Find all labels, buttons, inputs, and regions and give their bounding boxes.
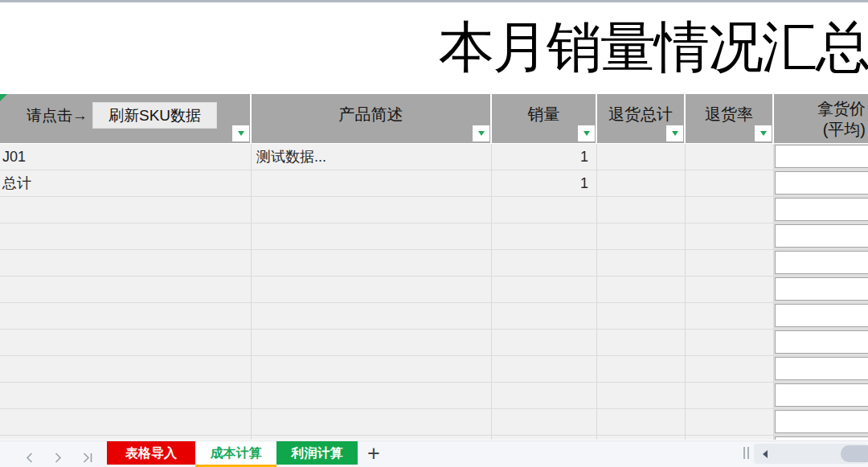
cell-desc[interactable]: 测试数据...	[252, 144, 492, 170]
scrollbar-thumb[interactable]	[841, 445, 868, 462]
horizontal-scrollbar[interactable]	[754, 444, 868, 464]
header-cell-desc[interactable]: 产品简述	[252, 94, 492, 143]
cell-return-rate[interactable]	[686, 383, 774, 408]
cell-sales[interactable]: 1	[492, 144, 597, 170]
header-cell-price[interactable]: 拿货价 (平均)	[774, 94, 868, 143]
cell-returns[interactable]	[597, 330, 686, 355]
cell-sales[interactable]: 1	[492, 170, 597, 196]
cell-desc[interactable]	[252, 170, 492, 196]
price-cell-box[interactable]	[775, 251, 868, 274]
cell-sku[interactable]	[0, 277, 252, 302]
cell-desc[interactable]	[252, 383, 492, 408]
cell-price[interactable]	[774, 303, 868, 329]
cell-desc[interactable]	[252, 277, 492, 302]
cell-sku[interactable]	[0, 409, 252, 435]
cell-return-rate[interactable]	[686, 330, 774, 355]
cell-sku[interactable]	[0, 223, 252, 249]
cell-sales[interactable]	[492, 223, 597, 249]
cell-return-rate[interactable]	[686, 144, 774, 170]
cell-sales[interactable]	[492, 356, 597, 382]
cell-return-rate[interactable]	[686, 409, 774, 435]
filter-dropdown-returns[interactable]	[666, 125, 683, 141]
sheet-tab[interactable]: 成本计算	[195, 441, 276, 467]
price-cell-box[interactable]	[775, 224, 868, 248]
price-cell-box[interactable]	[775, 145, 868, 168]
cell-sales[interactable]	[492, 436, 597, 440]
filter-dropdown-sales[interactable]	[578, 125, 595, 141]
cell-price[interactable]	[774, 436, 868, 440]
cell-sales[interactable]	[492, 250, 597, 276]
cell-price[interactable]	[774, 223, 868, 249]
cell-desc[interactable]	[252, 197, 492, 223]
last-sheet-icon[interactable]	[80, 452, 94, 464]
refresh-sku-button[interactable]: 刷新SKU数据	[92, 102, 217, 129]
price-cell-box[interactable]	[775, 383, 868, 407]
cell-return-rate[interactable]	[686, 197, 774, 223]
price-cell-box[interactable]	[775, 198, 868, 221]
cell-returns[interactable]	[597, 277, 686, 302]
cell-return-rate[interactable]	[686, 303, 774, 329]
cell-return-rate[interactable]	[686, 170, 774, 196]
cell-returns[interactable]	[597, 144, 686, 170]
cell-return-rate[interactable]	[686, 250, 774, 276]
filter-dropdown-sku[interactable]	[232, 125, 249, 141]
cell-returns[interactable]	[597, 356, 686, 382]
price-cell-box[interactable]	[775, 357, 868, 380]
cell-return-rate[interactable]	[686, 223, 774, 249]
cell-sku[interactable]: J01	[0, 144, 252, 170]
cell-return-rate[interactable]	[686, 356, 774, 382]
header-cell-return-rate[interactable]: 退货率	[686, 94, 774, 143]
header-cell-returns[interactable]: 退货总计	[597, 94, 686, 143]
filter-dropdown-desc[interactable]	[473, 125, 489, 141]
price-cell-box[interactable]	[775, 410, 868, 433]
cell-sales[interactable]	[492, 409, 597, 435]
cell-sales[interactable]	[492, 277, 597, 302]
cell-desc[interactable]	[252, 436, 492, 440]
price-cell-box[interactable]	[775, 436, 868, 440]
cell-price[interactable]	[774, 144, 868, 170]
header-cell-sales[interactable]: 销量	[492, 94, 597, 143]
cell-returns[interactable]	[597, 436, 686, 440]
cell-price[interactable]	[774, 409, 868, 435]
add-sheet-icon[interactable]: +	[367, 441, 380, 465]
cell-price[interactable]	[774, 277, 868, 302]
cell-sales[interactable]	[492, 330, 597, 355]
cell-returns[interactable]	[597, 409, 686, 435]
cell-returns[interactable]	[597, 383, 686, 408]
cell-price[interactable]	[774, 170, 868, 196]
cell-price[interactable]	[774, 197, 868, 223]
chevron-right-icon[interactable]	[52, 452, 63, 464]
cell-returns[interactable]	[597, 250, 686, 276]
price-cell-box[interactable]	[775, 277, 868, 301]
cell-returns[interactable]	[597, 170, 686, 196]
sheet-tab[interactable]: 利润计算	[276, 441, 358, 465]
cell-returns[interactable]	[597, 303, 686, 329]
pane-splitter-handle[interactable]	[743, 447, 749, 459]
cell-desc[interactable]	[252, 356, 492, 382]
price-cell-box[interactable]	[775, 330, 868, 354]
sheet-tab[interactable]: 表格导入	[107, 441, 195, 465]
cell-sku[interactable]	[0, 303, 252, 329]
cell-sku[interactable]: 总计	[0, 170, 252, 196]
cell-sku[interactable]	[0, 197, 252, 223]
price-cell-box[interactable]	[775, 171, 868, 195]
cell-sales[interactable]	[492, 197, 597, 223]
cell-sku[interactable]	[0, 330, 252, 355]
cell-sku[interactable]	[0, 383, 252, 408]
price-cell-box[interactable]	[775, 304, 868, 327]
cell-return-rate[interactable]	[686, 277, 774, 302]
cell-sku[interactable]	[0, 356, 252, 382]
cell-returns[interactable]	[597, 197, 686, 223]
cell-sales[interactable]	[492, 303, 597, 329]
cell-desc[interactable]	[252, 250, 492, 276]
chevron-left-icon[interactable]	[24, 452, 35, 464]
cell-desc[interactable]	[252, 409, 492, 435]
filter-dropdown-return-rate[interactable]	[755, 125, 772, 141]
cell-return-rate[interactable]	[686, 436, 774, 440]
cell-desc[interactable]	[252, 303, 492, 329]
cell-price[interactable]	[774, 356, 868, 382]
cell-price[interactable]	[774, 383, 868, 408]
cell-returns[interactable]	[597, 223, 686, 249]
header-cell-sku[interactable]: 请点击→ 刷新SKU数据	[0, 94, 252, 143]
cell-desc[interactable]	[252, 330, 492, 355]
